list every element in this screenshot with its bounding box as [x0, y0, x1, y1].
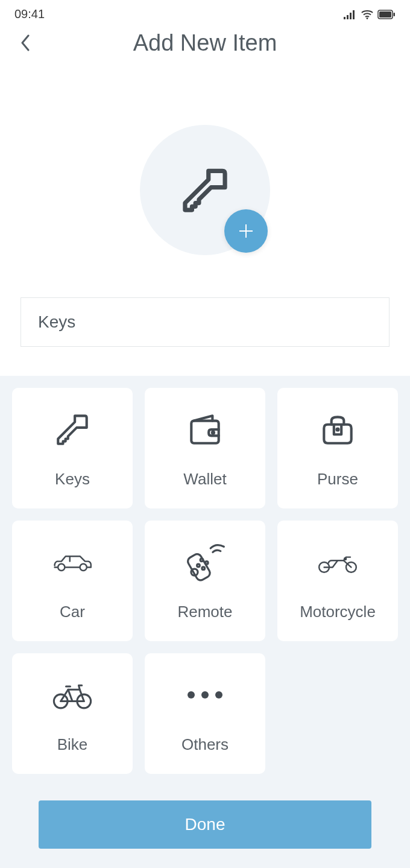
tile-bike[interactable]: Bike — [12, 653, 133, 774]
tile-keys[interactable]: Keys — [12, 388, 133, 508]
battery-icon — [377, 10, 396, 19]
svg-rect-7 — [394, 13, 396, 16]
tile-wallet[interactable]: Wallet — [145, 388, 265, 508]
svg-point-25 — [201, 691, 209, 699]
tile-label: Others — [181, 735, 229, 754]
svg-rect-2 — [350, 13, 352, 19]
name-input-row — [0, 297, 410, 376]
svg-rect-6 — [379, 11, 391, 17]
done-button[interactable]: Done — [39, 800, 371, 849]
signal-icon — [344, 10, 357, 19]
tile-label: Motorcycle — [300, 603, 376, 621]
svg-point-10 — [336, 428, 338, 430]
tile-label: Keys — [55, 470, 90, 489]
svg-rect-0 — [344, 17, 345, 19]
plus-icon — [237, 222, 255, 240]
tile-label: Car — [60, 603, 85, 621]
svg-point-9 — [212, 431, 214, 433]
status-icons — [344, 10, 396, 19]
bike-icon — [51, 674, 93, 716]
tile-remote[interactable]: Remote — [145, 521, 265, 641]
status-bar: 09:41 — [0, 0, 410, 26]
tile-label: Bike — [57, 735, 88, 754]
wifi-icon — [361, 10, 374, 19]
wallet-icon — [184, 408, 226, 451]
tile-purse[interactable]: Purse — [277, 388, 398, 508]
svg-rect-3 — [353, 10, 355, 19]
category-panel: Keys Wallet Purse Car — [0, 376, 410, 868]
done-bar: Done — [0, 800, 410, 849]
svg-point-17 — [200, 559, 203, 562]
svg-point-12 — [80, 563, 87, 570]
svg-point-24 — [188, 691, 195, 699]
purse-icon — [317, 408, 359, 451]
tile-label: Purse — [317, 470, 358, 489]
svg-point-4 — [367, 17, 368, 19]
remote-icon — [184, 541, 226, 583]
category-grid: Keys Wallet Purse Car — [12, 388, 398, 774]
tile-car[interactable]: Car — [12, 521, 133, 641]
header: Add New Item — [0, 26, 410, 65]
svg-point-16 — [202, 566, 205, 569]
svg-point-26 — [215, 691, 222, 699]
item-avatar[interactable] — [140, 125, 270, 255]
key-icon — [51, 408, 93, 451]
car-icon — [51, 541, 93, 583]
tile-motorcycle[interactable]: Motorcycle — [277, 521, 398, 641]
status-time: 09:41 — [14, 7, 45, 21]
svg-point-11 — [58, 563, 65, 570]
back-button[interactable] — [14, 32, 36, 54]
item-name-input[interactable] — [20, 297, 390, 347]
page-title: Add New Item — [14, 30, 396, 56]
tile-label: Wallet — [183, 470, 226, 489]
avatar-section — [0, 65, 410, 297]
svg-rect-1 — [347, 15, 348, 19]
svg-point-15 — [197, 564, 200, 567]
svg-point-18 — [205, 561, 208, 564]
tile-label: Remote — [177, 603, 232, 621]
chevron-left-icon — [20, 34, 30, 51]
add-photo-button[interactable] — [224, 209, 268, 253]
motorcycle-icon — [317, 541, 359, 583]
key-icon — [177, 162, 233, 218]
tile-others[interactable]: Others — [145, 653, 265, 774]
others-icon — [184, 674, 226, 716]
